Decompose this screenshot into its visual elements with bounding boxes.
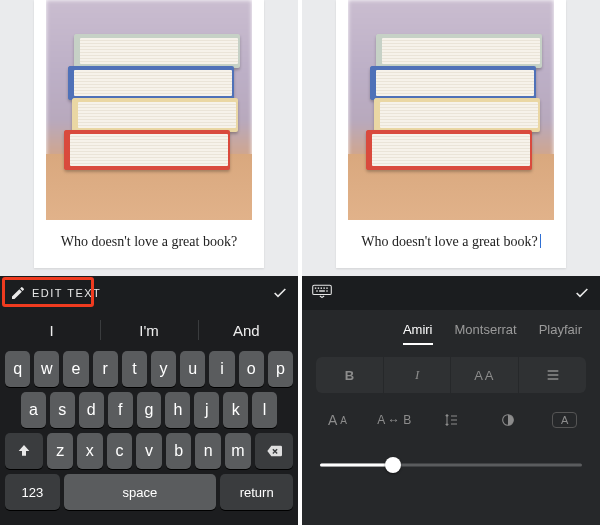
svg-rect-6 [316,290,317,291]
backspace-key[interactable] [255,433,293,469]
edit-text-button[interactable]: EDIT TEXT [10,285,101,301]
key-l[interactable]: l [252,392,277,428]
key-k[interactable]: k [223,392,248,428]
backspace-icon [266,443,282,459]
suggestion-bar: I I'm And [3,314,295,346]
line-height-button[interactable] [430,412,473,428]
key-row-1: qwertyuiop [3,351,295,387]
key-z[interactable]: z [47,433,73,469]
contrast-icon [500,412,516,428]
key-w[interactable]: w [34,351,59,387]
font-picker: AmiriMontserratPlayfair [316,320,586,345]
svg-rect-5 [326,287,327,288]
svg-rect-8 [326,290,327,291]
font-option[interactable]: Amiri [403,322,433,345]
key-v[interactable]: v [136,433,162,469]
svg-rect-0 [313,285,332,294]
key-s[interactable]: s [50,392,75,428]
key-c[interactable]: c [107,433,133,469]
key-r[interactable]: r [93,351,118,387]
return-key[interactable]: return [220,474,293,510]
key-e[interactable]: e [63,351,88,387]
shift-icon [16,443,32,459]
pencil-icon [10,285,26,301]
align-icon [545,367,561,383]
check-icon [574,285,590,301]
story-card[interactable]: Who doesn't love a great book? [336,0,566,268]
key-y[interactable]: y [151,351,176,387]
dismiss-keyboard-button[interactable] [312,284,332,302]
book-photo [348,0,554,220]
uppercase-button[interactable]: AA [450,357,518,393]
edit-toolbar: EDIT TEXT [0,276,298,310]
size-slider[interactable] [316,447,586,477]
edit-text-label: EDIT TEXT [32,287,101,299]
key-q[interactable]: q [5,351,30,387]
key-row-4: 123 space return [3,474,295,510]
key-row-3: zxcvbnm [3,433,295,469]
key-p[interactable]: p [268,351,293,387]
confirm-button[interactable] [574,285,590,301]
style-segment: B I AA [316,357,586,393]
key-u[interactable]: u [180,351,205,387]
key-j[interactable]: j [194,392,219,428]
font-size-button[interactable]: AA [316,412,359,428]
svg-rect-1 [315,287,316,288]
key-h[interactable]: h [165,392,190,428]
right-pane: Who doesn't love a great book? AmiriMont… [302,0,600,525]
italic-button[interactable]: I [383,357,451,393]
caption-text[interactable]: Who doesn't love a great book? [55,220,243,268]
check-icon [272,285,288,301]
canvas-preview: Who doesn't love a great book? [0,0,298,276]
suggestion[interactable]: I [3,314,100,346]
flip-text-button[interactable]: A ↔ B [373,413,416,427]
key-t[interactable]: t [122,351,147,387]
suggestion[interactable]: I'm [100,314,197,346]
suggestion[interactable]: And [198,314,295,346]
bold-button[interactable]: B [316,357,383,393]
font-option[interactable]: Montserrat [455,322,517,345]
key-o[interactable]: o [239,351,264,387]
text-cursor [540,234,541,248]
story-card[interactable]: Who doesn't love a great book? [34,0,264,268]
key-m[interactable]: m [225,433,251,469]
canvas-preview: Who doesn't love a great book? [302,0,600,276]
keyboard-icon [312,284,332,298]
key-n[interactable]: n [195,433,221,469]
line-height-icon [443,412,459,428]
key-row-2: asdfghjkl [3,392,295,428]
format-panel: AmiriMontserratPlayfair B I AA AA A ↔ B … [302,310,600,525]
key-f[interactable]: f [108,392,133,428]
key-i[interactable]: i [209,351,234,387]
shift-key[interactable] [5,433,43,469]
svg-rect-3 [321,287,322,288]
format-toolbar [302,276,600,310]
align-button[interactable] [518,357,586,393]
key-a[interactable]: a [21,392,46,428]
key-x[interactable]: x [77,433,103,469]
left-pane: Who doesn't love a great book? EDIT TEXT… [0,0,298,525]
key-d[interactable]: d [79,392,104,428]
confirm-button[interactable] [272,285,288,301]
caption-text[interactable]: Who doesn't love a great book? [355,220,546,268]
svg-rect-2 [318,287,319,288]
svg-rect-7 [319,290,325,291]
key-g[interactable]: g [137,392,162,428]
svg-rect-4 [323,287,324,288]
numbers-key[interactable]: 123 [5,474,60,510]
key-b[interactable]: b [166,433,192,469]
text-tools-row: AA A ↔ B A [316,405,586,435]
book-photo [46,0,252,220]
keyboard: I I'm And qwertyuiop asdfghjkl zxcvbnm 1… [0,310,298,525]
font-option[interactable]: Playfair [539,322,582,345]
contrast-button[interactable] [486,412,529,428]
space-key[interactable]: space [64,474,217,510]
text-box-button[interactable]: A [543,412,586,428]
